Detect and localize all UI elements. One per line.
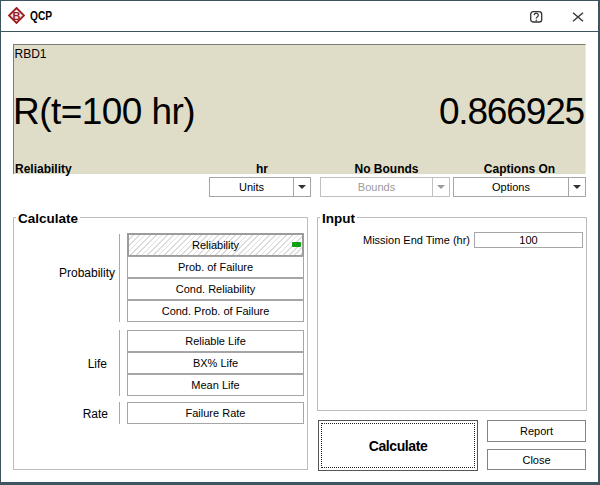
svg-text:B: B [13,10,21,22]
